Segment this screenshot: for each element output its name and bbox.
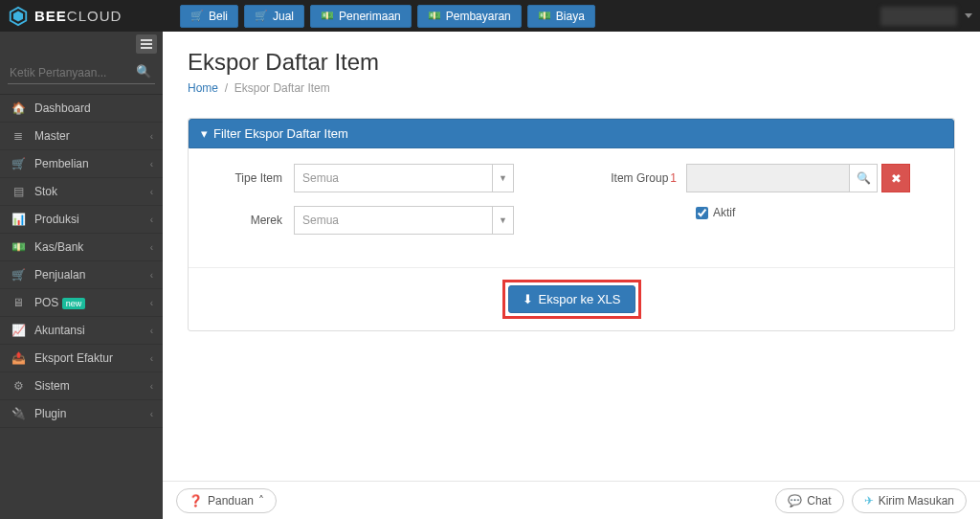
- sidebar-item-label: Master: [34, 129, 150, 143]
- chevron-left-icon: ‹: [150, 409, 153, 419]
- filter-panel-header: ▾ Filter Ekspor Daftar Item: [189, 119, 954, 148]
- quick-jual-button[interactable]: 🛒 Jual: [244, 5, 304, 28]
- sidebar-item-pembelian[interactable]: 🛒 Pembelian ‹: [0, 150, 163, 178]
- sidebar-item-label: Akuntansi: [34, 324, 150, 337]
- chevron-down-icon: [965, 13, 972, 18]
- export-xls-button[interactable]: ⬇ Ekspor ke XLS: [508, 285, 635, 313]
- cart-icon: 🛒: [255, 10, 268, 22]
- top-bar: BEECLOUD 🛒 Beli 🛒 Jual 💵 Penerimaan 💵 Pe…: [0, 0, 980, 32]
- merek-value: Semua: [295, 214, 492, 227]
- breadcrumb-separator: /: [221, 81, 234, 95]
- svg-marker-1: [13, 11, 23, 21]
- quick-penerimaan-button[interactable]: 💵 Penerimaan: [310, 5, 412, 28]
- user-name-blurred: [880, 7, 957, 26]
- tipe-item-value: Semua: [295, 171, 492, 185]
- sidebar-item-label: Penjualan: [34, 268, 150, 282]
- gear-icon: ⚙: [10, 379, 27, 393]
- home-icon: 🏠: [10, 102, 27, 115]
- boxes-icon: ▤: [10, 185, 27, 198]
- item-group-label: Item Group1: [571, 171, 686, 185]
- topbar-user-area[interactable]: [880, 7, 972, 26]
- merek-select[interactable]: Semua ▼: [294, 206, 514, 235]
- chevron-left-icon: ‹: [150, 187, 153, 197]
- download-icon: ⬇: [523, 292, 533, 306]
- panduan-button[interactable]: ❓ Panduan ˄: [176, 488, 277, 513]
- sidebar-collapse-button[interactable]: [136, 34, 157, 54]
- aktif-checkbox[interactable]: [696, 207, 708, 219]
- chat-button[interactable]: 💬 Chat: [775, 488, 843, 513]
- quick-pembayaran-label: Pembayaran: [446, 10, 511, 23]
- footer-bar: ❓ Panduan ˄ 💬 Chat ✈ Kirim Masukan: [163, 481, 980, 519]
- chevron-down-icon: ▼: [492, 165, 513, 192]
- kirim-label: Kirim Masukan: [879, 494, 954, 508]
- cart-icon: 🛒: [190, 10, 204, 22]
- chevron-left-icon: ‹: [150, 159, 153, 169]
- quick-beli-button[interactable]: 🛒 Beli: [180, 5, 238, 28]
- sidebar-item-label: Pembelian: [34, 157, 150, 170]
- brand-text: BEECLOUD: [34, 8, 122, 24]
- breadcrumb: Home / Ekspor Daftar Item: [188, 81, 955, 95]
- export-icon: 📤: [10, 351, 27, 365]
- close-icon: ✖: [891, 171, 902, 186]
- panel-footer: ⬇ Ekspor ke XLS: [189, 267, 954, 330]
- sidebar-toggle-row: [0, 32, 163, 56]
- sidebar-search-input[interactable]: [8, 62, 155, 84]
- sidebar-search: 🔍: [0, 56, 163, 95]
- sidebar-item-label: Produksi: [34, 213, 150, 226]
- chat-icon: 💬: [788, 494, 802, 508]
- quick-pembayaran-button[interactable]: 💵 Pembayaran: [417, 5, 522, 28]
- filter-icon: ▾: [201, 126, 208, 141]
- panduan-label: Panduan: [208, 494, 254, 508]
- sidebar-item-produksi[interactable]: 📊 Produksi ‹: [0, 206, 163, 234]
- chevron-left-icon: ‹: [150, 270, 153, 281]
- chart-line-icon: 📈: [10, 324, 27, 337]
- page-title: Ekspor Daftar Item: [188, 49, 955, 76]
- quick-beli-label: Beli: [209, 10, 228, 23]
- item-group-search-button[interactable]: 🔍: [849, 164, 878, 192]
- brand-logo[interactable]: BEECLOUD: [8, 6, 180, 27]
- sidebar-item-dashboard[interactable]: 🏠 Dashboard: [0, 95, 163, 123]
- quick-penerimaan-label: Penerimaan: [339, 10, 401, 23]
- filter-panel-title: Filter Ekspor Daftar Item: [213, 126, 348, 141]
- breadcrumb-current: Ekspor Daftar Item: [234, 81, 330, 95]
- sidebar-item-penjualan[interactable]: 🛒 Penjualan ‹: [0, 261, 163, 289]
- sidebar-item-sistem[interactable]: ⚙ Sistem ‹: [0, 372, 163, 400]
- sidebar-item-label: Dashboard: [34, 102, 153, 115]
- kirim-masukan-button[interactable]: ✈ Kirim Masukan: [852, 488, 967, 513]
- monitor-icon: 🖥: [10, 296, 27, 309]
- filter-panel: ▾ Filter Ekspor Daftar Item Tipe Item Se…: [188, 118, 955, 331]
- aktif-checkbox-label[interactable]: Aktif: [696, 206, 935, 219]
- money-icon: 💵: [428, 10, 441, 22]
- help-icon: ❓: [189, 494, 203, 508]
- sidebar-item-pos[interactable]: 🖥 POS new ‹: [0, 289, 163, 317]
- tipe-item-select[interactable]: Semua ▼: [294, 164, 514, 192]
- sidebar: 🔍 🏠 Dashboard ≣ Master ‹ 🛒 Pembelian ‹ ▤…: [0, 32, 163, 519]
- quick-actions: 🛒 Beli 🛒 Jual 💵 Penerimaan 💵 Pembayaran …: [180, 5, 595, 28]
- quick-biaya-label: Biaya: [556, 10, 585, 23]
- chevron-left-icon: ‹: [150, 353, 153, 364]
- send-icon: ✈: [864, 494, 874, 508]
- new-badge: new: [62, 298, 86, 309]
- sidebar-item-stok[interactable]: ▤ Stok ‹: [0, 178, 163, 206]
- sidebar-item-kasbank[interactable]: 💵 Kas/Bank ‹: [0, 234, 163, 261]
- sidebar-item-plugin[interactable]: 🔌 Plugin ‹: [0, 400, 163, 428]
- breadcrumb-home-link[interactable]: Home: [188, 81, 218, 95]
- money-icon: 💵: [538, 10, 551, 22]
- sidebar-item-efaktur[interactable]: 📤 Eksport Efaktur ‹: [0, 345, 163, 372]
- aktif-text: Aktif: [713, 206, 735, 219]
- chevron-up-icon: ˄: [258, 494, 264, 508]
- chart-bar-icon: 📊: [10, 213, 27, 226]
- item-group-input[interactable]: [686, 164, 849, 192]
- chevron-left-icon: ‹: [150, 131, 153, 142]
- merek-label: Merek: [208, 214, 294, 227]
- sidebar-item-master[interactable]: ≣ Master ‹: [0, 123, 163, 150]
- search-icon[interactable]: 🔍: [136, 64, 151, 79]
- sidebar-item-label: Plugin: [34, 407, 150, 420]
- quick-jual-label: Jual: [273, 10, 294, 23]
- sidebar-item-akuntansi[interactable]: 📈 Akuntansi ‹: [0, 317, 163, 345]
- item-group-clear-button[interactable]: ✖: [881, 164, 910, 192]
- sidebar-item-label: Stok: [34, 185, 150, 198]
- quick-biaya-button[interactable]: 💵 Biaya: [527, 5, 595, 28]
- sidebar-item-label: Eksport Efaktur: [34, 351, 150, 365]
- money-icon: 💵: [10, 240, 27, 254]
